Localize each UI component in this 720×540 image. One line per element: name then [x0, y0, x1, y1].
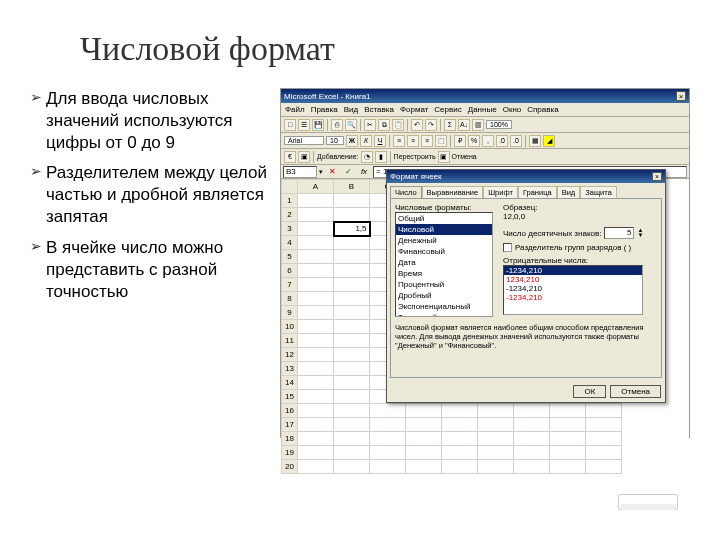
tab-number[interactable]: Число [390, 186, 422, 198]
tab-alignment[interactable]: Выравнивание [422, 186, 484, 198]
col-header[interactable]: A [298, 180, 334, 194]
fx-icon[interactable]: fx [357, 167, 371, 176]
format-listbox[interactable]: Общий Числовой Денежный Финансовый Дата … [395, 212, 493, 317]
cut-icon[interactable]: ✂ [364, 119, 376, 131]
dec-decimal-icon[interactable]: .0 [510, 135, 522, 147]
negative-option[interactable]: 1234,210 [504, 275, 642, 284]
tab-font[interactable]: Шрифт [483, 186, 518, 198]
align-left-icon[interactable]: ≡ [393, 135, 405, 147]
cell[interactable] [334, 194, 370, 208]
format-option-selected[interactable]: Числовой [396, 224, 492, 235]
menu-format[interactable]: Формат [400, 105, 428, 114]
select-all[interactable] [282, 180, 298, 194]
print-icon[interactable]: ⎙ [331, 119, 343, 131]
row-header[interactable]: 14 [282, 376, 298, 390]
preview-icon[interactable]: 🔍 [345, 119, 357, 131]
chart-icon[interactable]: ▥ [472, 119, 484, 131]
open-icon[interactable]: ☰ [298, 119, 310, 131]
row-header[interactable]: 2 [282, 208, 298, 222]
close-icon[interactable]: × [676, 91, 686, 101]
sort-asc-icon[interactable]: A↓ [458, 119, 470, 131]
row-header[interactable]: 6 [282, 264, 298, 278]
percent-icon[interactable]: % [468, 135, 480, 147]
row-header[interactable]: 19 [282, 446, 298, 460]
euro-icon[interactable]: € [284, 151, 296, 163]
row-header[interactable]: 1 [282, 194, 298, 208]
menu-window[interactable]: Окно [503, 105, 522, 114]
decimals-spinner[interactable]: 5 [604, 227, 634, 239]
bar-icon[interactable]: ▮ [375, 151, 387, 163]
format-option[interactable]: Текстовый [396, 312, 492, 317]
format-option[interactable]: Дата [396, 257, 492, 268]
menu-view[interactable]: Вид [344, 105, 358, 114]
row-header[interactable]: 20 [282, 460, 298, 474]
format-option[interactable]: Общий [396, 213, 492, 224]
name-box[interactable]: B3 [283, 166, 317, 178]
ok-button[interactable]: ОК [573, 385, 606, 398]
align-center-icon[interactable]: ≡ [407, 135, 419, 147]
spinner-arrows-icon[interactable]: ▲▼ [637, 228, 643, 238]
font-combo[interactable]: Arial [284, 136, 324, 145]
format-option[interactable]: Денежный [396, 235, 492, 246]
bold-icon[interactable]: Ж [346, 135, 358, 147]
format-option[interactable]: Финансовый [396, 246, 492, 257]
menu-edit[interactable]: Правка [311, 105, 338, 114]
new-icon[interactable]: □ [284, 119, 296, 131]
tab-border[interactable]: Граница [518, 186, 557, 198]
row-header[interactable]: 11 [282, 334, 298, 348]
negative-option[interactable]: -1234,210 [504, 284, 642, 293]
borders-icon[interactable]: ▦ [529, 135, 541, 147]
checkbox-icon[interactable] [503, 243, 512, 252]
save-icon[interactable]: 💾 [312, 119, 324, 131]
sum-icon[interactable]: Σ [444, 119, 456, 131]
row-header[interactable]: 18 [282, 432, 298, 446]
row-header[interactable]: 13 [282, 362, 298, 376]
row-header[interactable]: 9 [282, 306, 298, 320]
cancel-entry-icon[interactable]: ✕ [325, 167, 339, 176]
format-option[interactable]: Дробный [396, 290, 492, 301]
col-header[interactable]: B [334, 180, 370, 194]
redo-icon[interactable]: ↷ [425, 119, 437, 131]
menu-file[interactable]: Файл [285, 105, 305, 114]
camera-icon[interactable]: ▣ [438, 151, 450, 163]
cancel-button[interactable]: Отмена [610, 385, 661, 398]
row-header[interactable]: 4 [282, 236, 298, 250]
tab-protection[interactable]: Защита [580, 186, 617, 198]
menu-data[interactable]: Данные [468, 105, 497, 114]
tab-patterns[interactable]: Вид [557, 186, 581, 198]
cell-b3[interactable]: 1,5 [334, 222, 370, 236]
chart-wizard-icon[interactable]: ▣ [298, 151, 310, 163]
negative-option[interactable]: -1234,210 [504, 293, 642, 302]
row-header[interactable]: 3 [282, 222, 298, 236]
copy-icon[interactable]: ⧉ [378, 119, 390, 131]
row-header[interactable]: 10 [282, 320, 298, 334]
row-header[interactable]: 16 [282, 404, 298, 418]
confirm-entry-icon[interactable]: ✓ [341, 167, 355, 176]
paste-icon[interactable]: 📋 [392, 119, 404, 131]
negative-listbox[interactable]: -1234,210 1234,210 -1234,210 -1234,210 [503, 265, 643, 315]
italic-icon[interactable]: К [360, 135, 372, 147]
merge-icon[interactable]: ⬚ [435, 135, 447, 147]
format-option[interactable]: Экспоненциальный [396, 301, 492, 312]
menu-help[interactable]: Справка [527, 105, 558, 114]
format-option[interactable]: Процентный [396, 279, 492, 290]
dropdown-icon[interactable]: ▾ [319, 168, 323, 176]
row-header[interactable]: 8 [282, 292, 298, 306]
pie-icon[interactable]: ◔ [361, 151, 373, 163]
close-icon[interactable]: × [652, 172, 662, 181]
underline-icon[interactable]: Ч [374, 135, 386, 147]
zoom-combo[interactable]: 100% [486, 120, 512, 129]
fill-color-icon[interactable]: ◢ [543, 135, 555, 147]
menu-tools[interactable]: Сервис [434, 105, 461, 114]
font-size-combo[interactable]: 10 [326, 136, 344, 145]
align-right-icon[interactable]: ≡ [421, 135, 433, 147]
row-header[interactable]: 12 [282, 348, 298, 362]
cell[interactable] [298, 194, 334, 208]
currency-icon[interactable]: ₽ [454, 135, 466, 147]
row-header[interactable]: 5 [282, 250, 298, 264]
row-header[interactable]: 7 [282, 278, 298, 292]
menu-insert[interactable]: Вставка [364, 105, 394, 114]
row-header[interactable]: 15 [282, 390, 298, 404]
negative-option-selected[interactable]: -1234,210 [504, 266, 642, 275]
undo-icon[interactable]: ↶ [411, 119, 423, 131]
